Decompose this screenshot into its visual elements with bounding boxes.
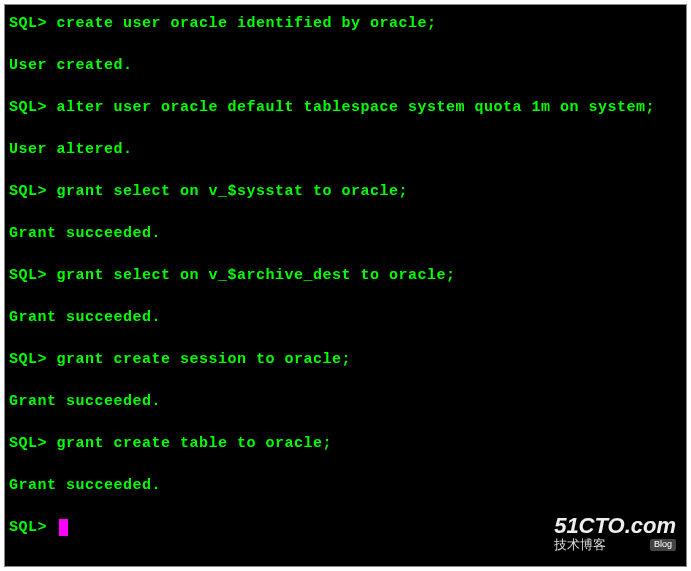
blank-line [9, 118, 682, 139]
terminal-window[interactable]: SQL> create user oracle identified by or… [4, 4, 687, 567]
command-text: create user oracle identified by oracle; [47, 15, 437, 32]
command-line: SQL> grant select on v_$archive_dest to … [9, 265, 682, 286]
output-line: Grant succeeded. [9, 475, 682, 496]
output-line: User altered. [9, 139, 682, 160]
command-line: SQL> grant select on v_$sysstat to oracl… [9, 181, 682, 202]
command-line: SQL> create user oracle identified by or… [9, 13, 682, 34]
sql-prompt: SQL> [9, 99, 47, 116]
watermark-subtitle: 技术博客 Blog [554, 538, 676, 552]
blank-line [9, 454, 682, 475]
command-text: grant create table to oracle; [47, 435, 332, 452]
blank-line [9, 160, 682, 181]
command-text: alter user oracle default tablespace sys… [47, 99, 655, 116]
sql-prompt: SQL> [9, 351, 47, 368]
sql-prompt: SQL> [9, 15, 47, 32]
blank-line [9, 34, 682, 55]
command-text: grant select on v_$archive_dest to oracl… [47, 267, 456, 284]
command-text: grant select on v_$sysstat to oracle; [47, 183, 408, 200]
output-line: User created. [9, 55, 682, 76]
watermark-site: 51CTO.com [554, 514, 676, 538]
command-line: SQL> grant create table to oracle; [9, 433, 682, 454]
terminal-content: SQL> create user oracle identified by or… [9, 13, 682, 538]
command-line: SQL> alter user oracle default tablespac… [9, 97, 682, 118]
blank-line [9, 202, 682, 223]
output-line: Grant succeeded. [9, 307, 682, 328]
sql-prompt: SQL> [9, 183, 47, 200]
blog-badge: Blog [650, 539, 676, 551]
command-text: grant create session to oracle; [47, 351, 351, 368]
output-line: Grant succeeded. [9, 391, 682, 412]
blank-line [9, 286, 682, 307]
blank-line [9, 76, 682, 97]
blank-line [9, 370, 682, 391]
command-line: SQL> grant create session to oracle; [9, 349, 682, 370]
sql-prompt: SQL> [9, 435, 47, 452]
blank-line [9, 244, 682, 265]
cursor-icon [59, 519, 68, 536]
output-line: Grant succeeded. [9, 223, 682, 244]
blank-line [9, 412, 682, 433]
watermark: 51CTO.com 技术博客 Blog [554, 514, 676, 552]
blank-line [9, 328, 682, 349]
sql-prompt: SQL> [9, 267, 47, 284]
sql-prompt: SQL> [9, 519, 57, 536]
